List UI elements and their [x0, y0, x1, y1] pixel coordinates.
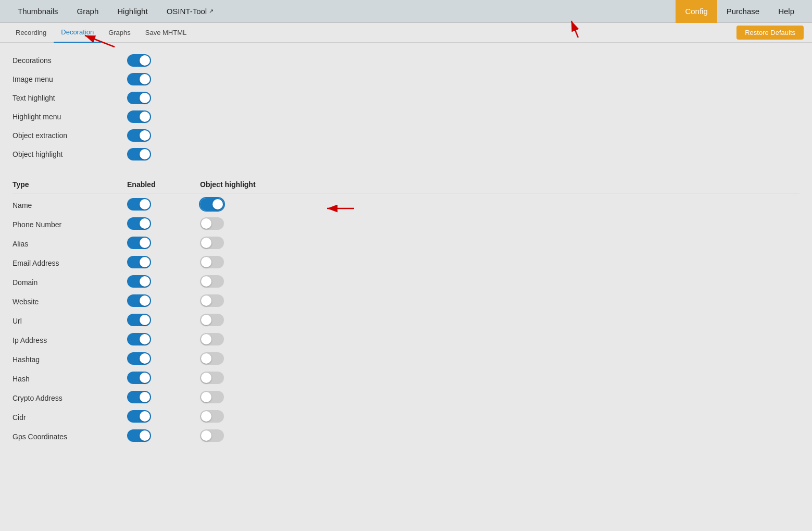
row-type-email-address: Email Address — [13, 259, 127, 267]
row-type-url: Url — [13, 317, 127, 325]
object-table: Type Enabled Object highlight NamePhone … — [13, 176, 799, 446]
toggle-row-object-highlight: Object highlight — [13, 145, 799, 164]
row-type-ip-address: Ip Address — [13, 336, 127, 344]
table-row-crypto-address: Crypto Address — [13, 388, 799, 407]
toggle-highlight-menu[interactable] — [127, 110, 151, 123]
toggle-enabled-website[interactable] — [127, 294, 151, 307]
toggle-highlight-name[interactable] — [200, 198, 224, 211]
toggle-row-image-menu: Image menu — [13, 70, 799, 89]
col-header-highlight: Object highlight — [200, 180, 304, 189]
subnav-decoration[interactable]: Decoration — [54, 23, 101, 43]
sub-nav: Recording Decoration Graphs Save MHTML R… — [0, 23, 812, 43]
table-row-ip-address: Ip Address — [13, 330, 799, 350]
table-row-cidr: Cidr — [13, 407, 799, 427]
toggle-enabled-alias[interactable] — [127, 237, 151, 249]
table-row-name: Name — [13, 195, 799, 215]
toggle-enabled-phone-number[interactable] — [127, 217, 151, 230]
toggle-label-highlight-menu: Highlight menu — [13, 113, 127, 121]
toggle-object-extraction[interactable] — [127, 129, 151, 142]
table-row-alias: Alias — [13, 234, 799, 253]
toggle-enabled-url[interactable] — [127, 314, 151, 326]
toggle-label-decorations: Decorations — [13, 56, 127, 65]
table-row-domain: Domain — [13, 273, 799, 292]
toggle-highlight-website[interactable] — [200, 294, 224, 307]
table-row-gps-coordinates: Gps Coordinates — [13, 427, 799, 446]
toggle-row-text-highlight: Text highlight — [13, 89, 799, 107]
table-row-website: Website — [13, 292, 799, 311]
nav-graph[interactable]: Graph — [68, 0, 108, 23]
table-row-phone-number: Phone Number — [13, 215, 799, 234]
toggle-enabled-hashtag[interactable] — [127, 352, 151, 365]
row-type-hashtag: Hashtag — [13, 355, 127, 364]
toggle-highlight-hash[interactable] — [200, 372, 224, 384]
table-row-url: Url — [13, 311, 799, 330]
toggle-enabled-crypto-address[interactable] — [127, 391, 151, 403]
toggle-enabled-email-address[interactable] — [127, 256, 151, 268]
toggle-highlight-ip-address[interactable] — [200, 333, 224, 345]
col-header-enabled: Enabled — [127, 180, 200, 189]
toggle-enabled-gps-coordinates[interactable] — [127, 429, 151, 442]
toggle-enabled-cidr[interactable] — [127, 410, 151, 423]
table-header: Type Enabled Object highlight — [13, 176, 799, 193]
row-type-domain: Domain — [13, 278, 127, 287]
row-type-crypto-address: Crypto Address — [13, 394, 127, 402]
toggle-highlight-alias[interactable] — [200, 237, 224, 249]
main-content: DecorationsImage menuText highlightHighl… — [0, 43, 812, 531]
nav-purchase[interactable]: Purchase — [717, 0, 769, 23]
subnav-graphs[interactable]: Graphs — [101, 23, 138, 43]
toggle-image-menu[interactable] — [127, 73, 151, 85]
toggle-highlight-domain[interactable] — [200, 275, 224, 288]
toggle-row-highlight-menu: Highlight menu — [13, 107, 799, 126]
nav-osint-tool[interactable]: OSINT-Tool ↗ — [157, 0, 223, 23]
nav-thumbnails[interactable]: Thumbnails — [8, 0, 68, 23]
toggle-label-object-extraction: Object extraction — [13, 131, 127, 140]
toggle-label-text-highlight: Text highlight — [13, 94, 127, 102]
toggle-decorations[interactable] — [127, 54, 151, 67]
toggle-row-object-extraction: Object extraction — [13, 126, 799, 145]
toggle-highlight-cidr[interactable] — [200, 410, 224, 423]
toggle-object-highlight[interactable] — [127, 148, 151, 160]
toggle-highlight-url[interactable] — [200, 314, 224, 326]
table-row-email-address: Email Address — [13, 253, 799, 273]
toggle-enabled-name[interactable] — [127, 198, 151, 211]
toggle-highlight-phone-number[interactable] — [200, 217, 224, 230]
row-type-name: Name — [13, 201, 127, 209]
toggle-label-object-highlight: Object highlight — [13, 150, 127, 158]
toggle-label-image-menu: Image menu — [13, 75, 127, 83]
row-type-gps-coordinates: Gps Coordinates — [13, 433, 127, 441]
toggle-enabled-ip-address[interactable] — [127, 333, 151, 345]
toggle-enabled-hash[interactable] — [127, 372, 151, 384]
subnav-recording[interactable]: Recording — [8, 23, 54, 43]
nav-config[interactable]: Config — [676, 0, 717, 23]
toggle-enabled-domain[interactable] — [127, 275, 151, 288]
external-link-icon: ↗ — [209, 8, 214, 15]
row-type-cidr: Cidr — [13, 413, 127, 422]
table-row-hashtag: Hashtag — [13, 350, 799, 369]
top-nav: Thumbnails Graph Highlight OSINT-Tool ↗ … — [0, 0, 812, 23]
toggle-highlight-email-address[interactable] — [200, 256, 224, 268]
nav-highlight[interactable]: Highlight — [108, 0, 157, 23]
toggle-highlight-crypto-address[interactable] — [200, 391, 224, 403]
toggle-row-decorations: Decorations — [13, 51, 799, 70]
toggle-text-highlight[interactable] — [127, 92, 151, 104]
row-type-website: Website — [13, 298, 127, 306]
restore-defaults-button[interactable]: Restore Defaults — [736, 26, 804, 40]
row-type-alias: Alias — [13, 240, 127, 248]
toggle-highlight-gps-coordinates[interactable] — [200, 429, 224, 442]
table-row-hash: Hash — [13, 369, 799, 388]
nav-help[interactable]: Help — [769, 0, 804, 23]
subnav-save-mhtml[interactable]: Save MHTML — [138, 23, 194, 43]
row-type-phone-number: Phone Number — [13, 220, 127, 229]
col-header-type: Type — [13, 180, 127, 189]
toggle-highlight-hashtag[interactable] — [200, 352, 224, 365]
top-toggle-section: DecorationsImage menuText highlightHighl… — [13, 51, 799, 164]
row-type-hash: Hash — [13, 375, 127, 383]
